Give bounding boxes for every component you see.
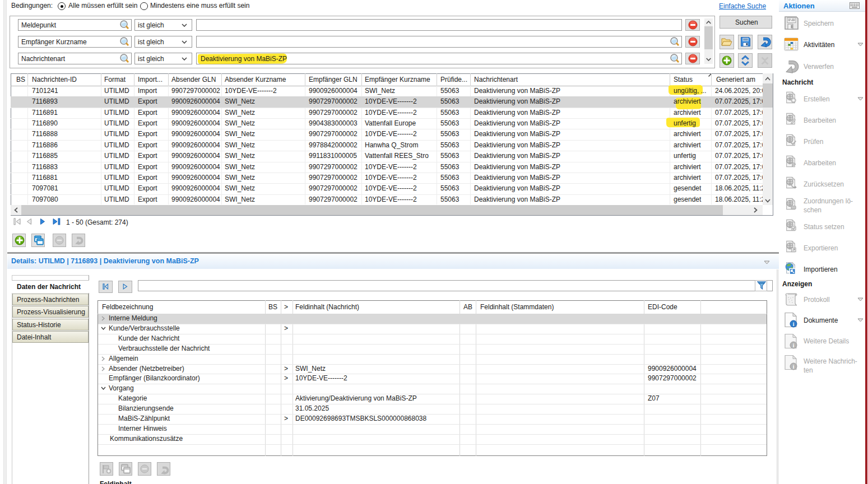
svg-text:i: i [793, 322, 795, 327]
svg-text:i: i [793, 343, 795, 348]
svg-text:i: i [793, 364, 795, 370]
